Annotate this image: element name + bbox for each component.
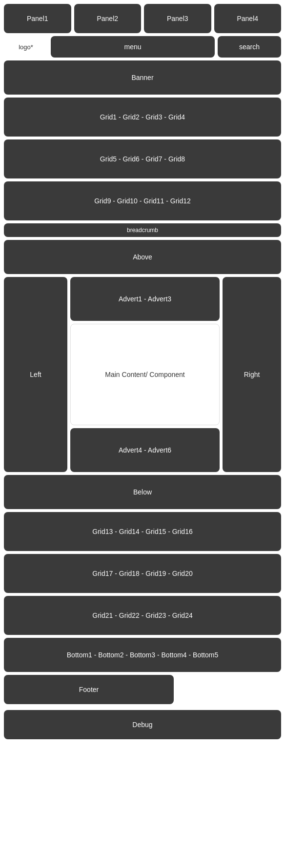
grid-row-3: Grid9 - Grid10 - Grid11 - Grid12 [4, 181, 281, 220]
panels-row: Panel1 Panel2 Panel3 Panel4 [4, 4, 281, 33]
left-sidebar: Left [4, 277, 67, 472]
grid-row-1: Grid1 - Grid2 - Grid3 - Grid4 [4, 98, 281, 137]
banner: Banner [4, 60, 281, 95]
panel4[interactable]: Panel4 [214, 4, 282, 33]
grid-row-4: Grid13 - Grid14 - Grid15 - Grid16 [4, 512, 281, 551]
bottom-panels: Bottom1 - Bottom2 - Bottom3 - Bottom4 - … [4, 638, 281, 672]
search-button[interactable]: search [218, 36, 281, 58]
logo: logo* [4, 43, 48, 51]
grid-row-6: Grid21 - Grid22 - Grid23 - Grid24 [4, 596, 281, 635]
panel2[interactable]: Panel2 [74, 4, 142, 33]
debug-block: Debug [4, 710, 281, 739]
middle-layout: Left Advert1 - Advert3 Main Content/ Com… [4, 277, 281, 472]
header-row: logo* menu search [4, 36, 281, 58]
grid-row-5: Grid17 - Grid18 - Grid19 - Grid20 [4, 554, 281, 593]
center-column: Advert1 - Advert3 Main Content/ Componen… [70, 277, 220, 472]
panel3[interactable]: Panel3 [144, 4, 211, 33]
menu-button[interactable]: menu [51, 36, 215, 58]
footer: Footer [4, 675, 174, 704]
grid-row-2: Grid5 - Grid6 - Grid7 - Grid8 [4, 139, 281, 178]
right-sidebar: Right [223, 277, 281, 472]
panel1[interactable]: Panel1 [4, 4, 71, 33]
above-block: Above [4, 240, 281, 274]
advert-top: Advert1 - Advert3 [70, 277, 220, 321]
footer-row: Footer [4, 675, 281, 707]
main-content: Main Content/ Component [70, 324, 220, 425]
advert-bottom: Advert4 - Advert6 [70, 428, 220, 472]
below-block: Below [4, 475, 281, 509]
breadcrumb[interactable]: breadcrumb [4, 223, 281, 237]
